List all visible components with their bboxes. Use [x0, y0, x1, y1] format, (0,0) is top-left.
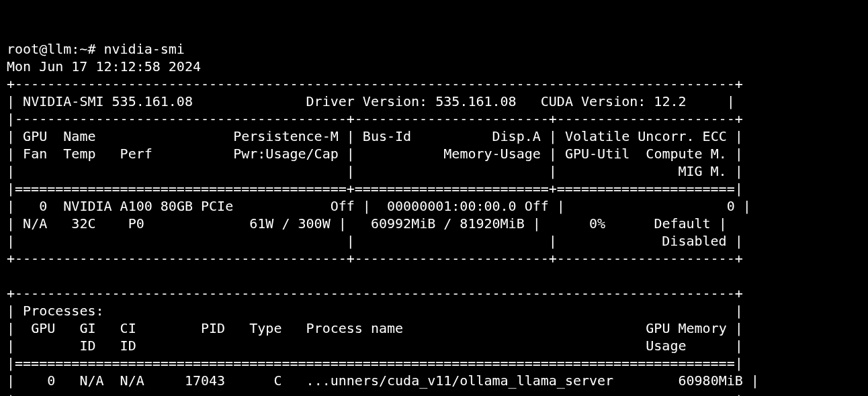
proc-hdr-name: Process name [306, 320, 404, 336]
hdr-gpu: GPU [23, 128, 47, 144]
gpu-mig: Disabled [662, 233, 726, 249]
proc-hdr-ci: CI [120, 320, 136, 336]
gpu-memusage: 60992MiB / 81920MiB [371, 215, 525, 232]
command-text: nvidia-smi [104, 41, 185, 57]
hdr-persistence: Persistence-M [233, 128, 339, 144]
proc-gi: N/A [79, 373, 103, 389]
gpu-persistence: Off [331, 198, 355, 214]
gpu-ecc: 0 [727, 198, 735, 214]
cuda-version: 12.2 [654, 93, 686, 109]
cuda-version-label: CUDA Version: [541, 93, 646, 109]
gpu-name: NVIDIA A100 80GB PCIe [63, 198, 233, 214]
gpu-util: 0% [589, 215, 605, 232]
proc-hdr-usage: Usage [646, 338, 686, 354]
hdr-memusage: Memory-Usage [443, 146, 541, 162]
hdr-volatile: Volatile [565, 128, 630, 144]
hdr-dispa: Disp.A [492, 128, 541, 144]
hdr-temp: Temp [63, 146, 95, 162]
hdr-compute: Compute M. [646, 146, 726, 162]
gpu-perf: P0 [128, 215, 144, 232]
gpu-dispa: Off [525, 198, 549, 214]
proc-name: ...unners/cuda_v11/ollama_llama_server [306, 373, 614, 389]
shell-prompt: root@llm:~# [7, 41, 104, 57]
proc-pid: 17043 [185, 373, 225, 389]
hdr-uncorr: Uncorr. ECC [638, 128, 726, 144]
gpu-busid: 00000001:00:00.0 [387, 198, 517, 214]
proc-hdr-type: Type [249, 320, 281, 336]
proc-ci: N/A [120, 373, 144, 389]
hdr-pwr: Pwr:Usage/Cap [233, 146, 339, 162]
proc-hdr-giid: ID [79, 338, 95, 354]
proc-hdr-gi: GI [79, 320, 95, 336]
proc-hdr-gpu: GPU [31, 320, 55, 336]
hdr-mig: MIG M. [678, 163, 726, 179]
hdr-name: Name [63, 128, 95, 144]
proc-gpu: 0 [47, 373, 55, 389]
proc-type: C [273, 373, 281, 389]
proc-hdr-mem: GPU Memory [646, 320, 726, 336]
gpu-fan: N/A [23, 215, 47, 232]
gpu-compute: Default [654, 215, 710, 232]
smi-version: NVIDIA-SMI 535.161.08 [23, 93, 193, 109]
proc-mem: 60980MiB [678, 373, 742, 389]
driver-version-label: Driver Version: [306, 93, 428, 109]
gpu-index: 0 [39, 198, 47, 214]
proc-hdr-ciid: ID [120, 338, 136, 354]
proc-hdr-pid: PID [201, 320, 225, 336]
processes-section: Processes: [23, 303, 103, 319]
hdr-perf: Perf [120, 146, 153, 162]
gpu-temp: 32C [71, 215, 95, 232]
hdr-busid: Bus-Id [363, 128, 411, 144]
timestamp: Mon Jun 17 12:12:58 2024 [7, 58, 201, 75]
hdr-gpuutil: GPU-Util [565, 146, 630, 162]
hdr-fan: Fan [23, 146, 47, 162]
driver-version: 535.161.08 [435, 93, 516, 109]
terminal-output: root@llm:~# nvidia-smi Mon Jun 17 12:12:… [7, 41, 759, 396]
gpu-pwr: 61W / 300W [249, 215, 330, 232]
